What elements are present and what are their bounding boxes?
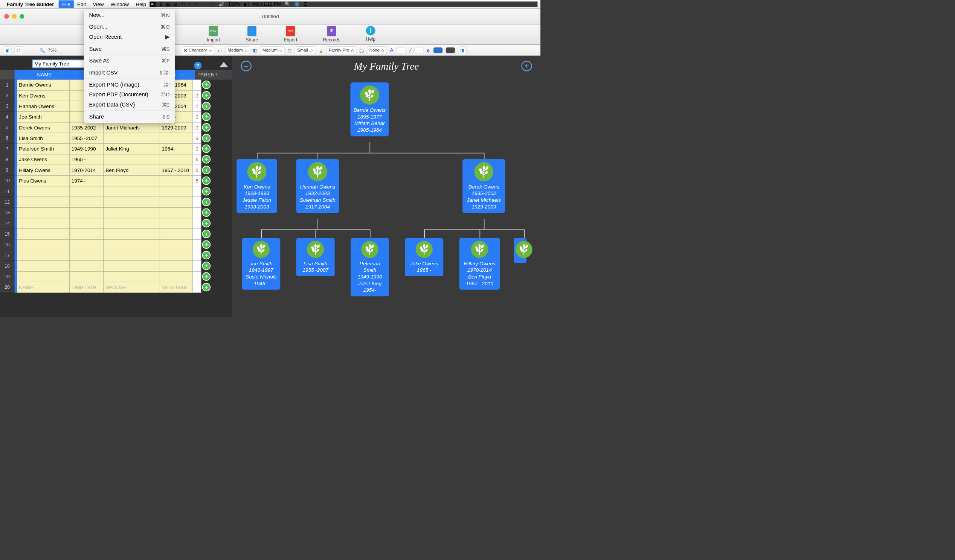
text-color-swatch[interactable]: [396, 47, 406, 53]
table-row[interactable]: 6Lisa Smith1955 -20073+: [0, 133, 232, 144]
cell-sdates[interactable]: [160, 218, 193, 229]
zoom-value[interactable]: 75%: [48, 48, 56, 53]
siri-icon[interactable]: [294, 2, 300, 7]
menu-edit[interactable]: Edit: [74, 0, 89, 8]
add-row-button[interactable]: +: [202, 283, 211, 292]
add-row-button[interactable]: +: [202, 262, 211, 270]
cell-dates[interactable]: [70, 197, 104, 207]
cell-dates[interactable]: [70, 271, 104, 282]
size2-select[interactable]: Medium◇: [260, 46, 285, 54]
cell-dates[interactable]: 1949-1990: [70, 144, 104, 154]
cell-name[interactable]: [17, 229, 69, 239]
cell-name[interactable]: [17, 207, 69, 218]
cell-sdates[interactable]: 1967 - 2010: [160, 165, 193, 175]
timemachine-icon[interactable]: ↻: [181, 2, 185, 7]
adobe-icon[interactable]: A|: [149, 2, 155, 6]
cell-name[interactable]: [17, 186, 69, 197]
row-number[interactable]: 17: [0, 250, 14, 261]
cell-sdates[interactable]: [160, 175, 193, 186]
cell-dates[interactable]: 1900-1979: [70, 282, 104, 292]
table-row[interactable]: 11+: [0, 186, 232, 197]
tree-node-lisa[interactable]: Lisa Smith1955 -2007: [296, 238, 335, 276]
size1-select[interactable]: Medium◇: [225, 46, 250, 54]
row-number[interactable]: 16: [0, 239, 14, 250]
disk-icon[interactable]: ▤: [166, 2, 170, 7]
cell-spouse[interactable]: Juliet King: [103, 144, 160, 154]
cell-parent[interactable]: 1: [193, 101, 202, 111]
size3-select[interactable]: Small◇: [295, 46, 315, 54]
table-row[interactable]: 10Pius Owens1974 -5+: [0, 175, 232, 186]
cell-name[interactable]: Ken Owens: [17, 90, 69, 101]
cell-parent[interactable]: [193, 229, 202, 239]
menu-item-save-as[interactable]: Save As⌘F: [84, 56, 175, 66]
menu-item-share[interactable]: Share⇧S: [84, 112, 175, 122]
clock[interactable]: Mon 1:10 PM: [253, 2, 280, 7]
cell-sdates[interactable]: [160, 229, 193, 239]
bluetooth-icon[interactable]: ᚼ: [189, 2, 191, 7]
import-button[interactable]: CSVImport: [207, 26, 220, 42]
tree-title-input[interactable]: [32, 59, 86, 68]
row-number[interactable]: 11: [0, 186, 14, 197]
cell-dates[interactable]: [70, 186, 104, 197]
row-number[interactable]: 20: [0, 282, 14, 292]
cell-name[interactable]: Peterson Smith: [17, 144, 69, 154]
menu-view[interactable]: View: [89, 0, 107, 8]
cell-name[interactable]: [17, 261, 69, 271]
cell-sdates[interactable]: [160, 207, 193, 218]
tree-node-root[interactable]: Bernie Owens1895-1977Miriam Behar1905-19…: [351, 83, 389, 136]
table-row[interactable]: 15+: [0, 229, 232, 239]
row-number[interactable]: 2: [0, 90, 14, 101]
help-button[interactable]: iHelp: [366, 26, 376, 42]
add-row-button[interactable]: +: [202, 123, 211, 132]
add-row-button[interactable]: +: [202, 134, 211, 142]
cell-parent[interactable]: [193, 282, 202, 292]
menu-item-open-recent[interactable]: Open Recent▶: [84, 32, 175, 42]
tree-node-pius[interactable]: [514, 238, 526, 263]
cell-name[interactable]: [17, 218, 69, 229]
effect-select[interactable]: None◇: [367, 46, 387, 54]
cell-dates[interactable]: [70, 261, 104, 271]
menu-item-open-[interactable]: Open...⌘O: [84, 22, 175, 32]
add-row-button[interactable]: +: [202, 145, 211, 153]
menu-item-export-pdf-document-[interactable]: Export PDF (Document)⌘D: [84, 90, 175, 100]
row-number[interactable]: 3: [0, 101, 14, 111]
cell-dates[interactable]: 1974 -: [70, 175, 104, 186]
cell-spouse[interactable]: [103, 229, 160, 239]
zoom-icon[interactable]: 🔍: [39, 48, 45, 53]
row-number[interactable]: 1: [0, 80, 14, 90]
cell-name[interactable]: Lisa Smith: [17, 133, 69, 144]
cell-parent[interactable]: 5: [193, 154, 202, 165]
cell-sdates[interactable]: 1915-1999: [160, 282, 193, 292]
add-row-button[interactable]: +: [202, 251, 211, 260]
collapse-tree-button[interactable]: –: [241, 61, 252, 71]
tree-node-hannah[interactable]: Hannah Owens1933-2003Suleiman Smith1917-…: [296, 159, 339, 213]
row-number[interactable]: 13: [0, 207, 14, 218]
airplay-icon[interactable]: ▢: [210, 2, 214, 7]
cell-parent[interactable]: [193, 250, 202, 261]
cell-parent[interactable]: [193, 271, 202, 282]
menu-item-new-[interactable]: New...⌘N: [84, 10, 175, 20]
cell-parent[interactable]: [193, 218, 202, 229]
cell-dates[interactable]: [70, 218, 104, 229]
cell-name[interactable]: NAME: [17, 282, 69, 292]
cell-dates[interactable]: 1935-2002: [70, 122, 104, 133]
add-row-button[interactable]: +: [202, 198, 211, 206]
menu-item-export-data-csv-[interactable]: Export Data (CSV)⌘E: [84, 100, 175, 110]
row-number[interactable]: 12: [0, 197, 14, 207]
tree-node-joe[interactable]: Joe Smith1940-1997Susie Nichols1946 -: [242, 238, 280, 289]
table-row[interactable]: 17+: [0, 250, 232, 261]
bg-color-swatch[interactable]: [446, 47, 455, 53]
add-row-button[interactable]: +: [202, 155, 211, 164]
table-row[interactable]: 16+: [0, 239, 232, 250]
cell-spouse[interactable]: [103, 261, 160, 271]
tree-node-jake[interactable]: Jake Owens1965 -: [405, 238, 443, 276]
share-button[interactable]: →Share: [246, 26, 258, 42]
table-row[interactable]: 20NAME1900-1979SPOUSE1915-1999+: [0, 282, 232, 292]
fill-color-swatch[interactable]: [434, 47, 443, 53]
line-color-swatch[interactable]: [414, 47, 424, 53]
wifi-speaker-icon[interactable]: ⧈: [174, 2, 177, 7]
cell-sdates[interactable]: [160, 261, 193, 271]
cell-spouse[interactable]: [103, 218, 160, 229]
menu-file[interactable]: File: [59, 0, 74, 8]
app-name[interactable]: Family Tree Builder: [7, 1, 54, 7]
